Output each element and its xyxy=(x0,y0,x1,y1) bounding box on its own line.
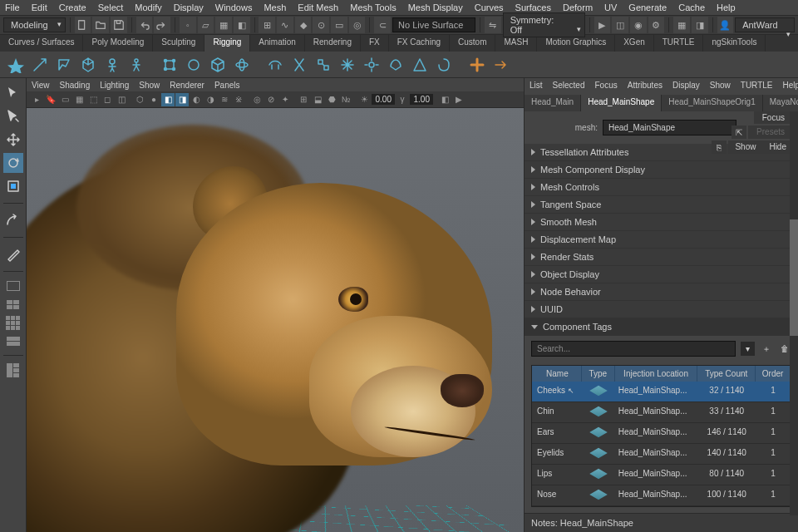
menu-generate[interactable]: Generate xyxy=(628,2,667,12)
shelf-icon[interactable] xyxy=(288,54,310,76)
panelmenu-shading[interactable]: Shading xyxy=(60,81,91,90)
select-tool[interactable] xyxy=(3,83,23,103)
table-header[interactable]: Injection Location xyxy=(615,366,698,382)
table-row[interactable]: ChinHead_MainShap...33 / 11401 xyxy=(532,402,791,423)
render-icon[interactable]: ▶ xyxy=(594,17,611,33)
attr-menu-display[interactable]: Display xyxy=(672,81,700,90)
node-tab[interactable]: Head_MainShapeOrig1 xyxy=(662,95,763,111)
table-row[interactable]: Cheeks ↖Head_MainShap...32 / 11401 xyxy=(532,382,791,402)
shelftab-sculpting[interactable]: Sculpting xyxy=(153,35,204,52)
menu-create[interactable]: Create xyxy=(59,2,86,12)
select-vertex-icon[interactable]: ◦ xyxy=(180,17,196,33)
xray-icon[interactable]: ⊘ xyxy=(264,93,278,106)
panelmenu-panels[interactable]: Panels xyxy=(214,81,240,90)
textured-icon[interactable]: ◧ xyxy=(161,93,175,106)
camera-select-icon[interactable]: ▸ xyxy=(30,93,43,106)
attr-section-component-tags[interactable]: Component Tags xyxy=(525,318,798,336)
load-attrs-icon[interactable]: ⇱ xyxy=(732,126,746,139)
ipr-icon[interactable]: ◉ xyxy=(630,17,647,33)
shelf-icon[interactable] xyxy=(409,54,431,76)
shelftab-turtle[interactable]: TURTLE xyxy=(654,35,704,52)
shelf-icon[interactable] xyxy=(77,54,99,76)
attr-menu-selected[interactable]: Selected xyxy=(553,81,585,90)
table-row[interactable]: LipsHead_MainShap...80 / 11401 xyxy=(532,465,791,485)
bookmark-icon[interactable]: 🔖 xyxy=(44,93,57,106)
isolate-icon[interactable]: ◎ xyxy=(250,93,264,106)
shelftab-animation[interactable]: Animation xyxy=(250,35,304,52)
layout-three[interactable] xyxy=(3,362,23,377)
menu-mesh[interactable]: Mesh xyxy=(264,2,286,12)
exposure-icon[interactable]: ☀ xyxy=(357,93,371,106)
select-edge-icon[interactable]: ▱ xyxy=(198,17,214,33)
symmetry-icon[interactable]: ⇋ xyxy=(485,17,501,33)
grid-2d-icon[interactable]: ▦ xyxy=(72,93,86,106)
layout-single[interactable] xyxy=(3,278,23,293)
shelftab-mash[interactable]: MASH xyxy=(495,35,537,52)
table-header[interactable]: Type xyxy=(582,366,615,382)
snap-point-icon[interactable]: ◆ xyxy=(295,17,312,33)
shadows-icon[interactable]: ◐ xyxy=(190,93,203,106)
search-input[interactable]: Search... xyxy=(531,341,736,357)
shelf-icon[interactable] xyxy=(183,54,204,76)
focus-button[interactable]: Focus xyxy=(754,111,793,124)
gate-mask-icon[interactable]: ◫ xyxy=(115,93,128,106)
select-face-icon[interactable]: ▦ xyxy=(215,17,232,33)
menu-surfaces[interactable]: Surfaces xyxy=(515,2,551,12)
shelf-icon[interactable] xyxy=(466,54,488,76)
shelftab-fx-caching[interactable]: FX Caching xyxy=(389,35,450,52)
attr-section[interactable]: Node Behavior xyxy=(525,283,798,301)
hud-icon[interactable]: ⬓ xyxy=(311,93,324,106)
lasso-tool[interactable] xyxy=(3,106,23,126)
shelftab-curves-surfaces[interactable]: Curves / Surfaces xyxy=(0,35,83,52)
attr-section[interactable]: Object Display xyxy=(525,266,798,283)
menu-mesh-display[interactable]: Mesh Display xyxy=(408,2,463,12)
filter-dropdown[interactable]: ▾ xyxy=(741,342,755,356)
attr-menu-attributes[interactable]: Attributes xyxy=(628,81,663,90)
table-row[interactable]: EarsHead_MainShap...146 / 11401 xyxy=(532,423,791,444)
shelf-icon[interactable] xyxy=(361,54,382,76)
table-row[interactable]: NoseHead_MainShap...100 / 11401 xyxy=(532,485,791,506)
notes-section[interactable]: Notes: Head_MainShape xyxy=(525,513,798,532)
symmetry-selector[interactable]: Symmetry: Off xyxy=(503,12,585,37)
attr-section[interactable]: Smooth Mesh xyxy=(525,214,798,231)
open-scene-icon[interactable] xyxy=(92,17,109,33)
snap-center-icon[interactable]: ⊙ xyxy=(313,17,329,33)
move-tool[interactable] xyxy=(3,130,23,150)
magnet-icon[interactable]: ⊂ xyxy=(374,17,391,33)
panelmenu-view[interactable]: View xyxy=(32,81,50,90)
menu-file[interactable]: File xyxy=(5,2,20,12)
shelf-icon[interactable] xyxy=(337,54,358,76)
grid-icon[interactable]: ⊞ xyxy=(297,93,310,106)
resolution-gate-icon[interactable]: ◻ xyxy=(101,93,114,106)
attr-section[interactable]: UUID xyxy=(525,301,798,318)
image-plane-icon[interactable]: ▭ xyxy=(58,93,71,106)
view-transform-icon[interactable]: ◧ xyxy=(438,93,451,106)
snap-curve-icon[interactable]: ∿ xyxy=(277,17,293,33)
show-button[interactable]: Show xyxy=(728,140,762,154)
select-object-icon[interactable]: ◧ xyxy=(234,17,250,33)
film-gate-icon[interactable]: ⬚ xyxy=(86,93,100,106)
save-scene-icon[interactable] xyxy=(111,17,127,33)
menu-display[interactable]: Display xyxy=(174,2,204,12)
node-tab[interactable]: Head_Main xyxy=(525,95,581,111)
brush-tool[interactable] xyxy=(3,244,23,264)
shelftab-motion-graphics[interactable]: Motion Graphics xyxy=(537,35,615,52)
user-selector[interactable]: AntWard xyxy=(735,17,795,32)
live-surface-field[interactable]: No Live Surface xyxy=(392,17,475,32)
attr-menu-focus[interactable]: Focus xyxy=(594,81,617,90)
xray-joints-icon[interactable]: ✦ xyxy=(278,93,292,106)
wireframe-on-shaded-icon[interactable]: ⬣ xyxy=(325,93,338,106)
shelftab-poly-modeling[interactable]: Poly Modeling xyxy=(83,35,153,52)
shaded-icon[interactable]: ● xyxy=(147,93,160,106)
node-tab[interactable]: MayaNodeEditorSav xyxy=(763,95,798,111)
shelftab-fx[interactable]: FX xyxy=(361,35,389,52)
scrollbar[interactable] xyxy=(790,111,798,515)
table-header[interactable]: Name xyxy=(532,366,582,382)
menu-modify[interactable]: Modify xyxy=(135,2,161,12)
table-header[interactable]: Type Count xyxy=(697,366,756,382)
attr-section[interactable]: Displacement Map xyxy=(525,231,798,249)
shelf-icon[interactable] xyxy=(385,54,406,76)
presets-button[interactable]: Presets xyxy=(748,126,793,139)
snap-plane-icon[interactable]: ▭ xyxy=(331,17,347,33)
snap-live-icon[interactable]: ◎ xyxy=(349,17,366,33)
